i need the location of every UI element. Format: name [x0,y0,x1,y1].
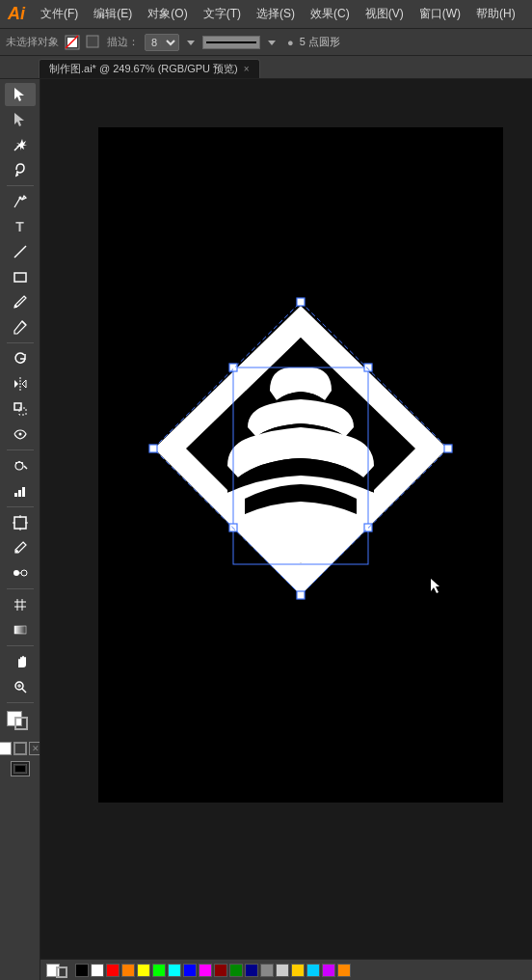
artwork-canvas [98,127,503,803]
title-bar: Ai 文件(F) 编辑(E) 对象(O) 文字(T) 选择(S) 效果(C) 视… [0,0,532,29]
svg-point-10 [18,197,21,200]
swatch-amber[interactable] [337,964,351,977]
selection-tool[interactable] [5,83,36,106]
swatch-cyan[interactable] [168,964,181,977]
svg-rect-42 [14,626,26,634]
eyedropper-tool[interactable] [5,536,36,559]
tab-close-btn[interactable]: × [244,64,250,74]
menu-effect[interactable]: 效果(C) [305,4,356,24]
swatch-dark-blue[interactable] [245,964,258,977]
screen-mode-group [11,761,30,776]
swatch-white[interactable] [91,964,104,977]
svg-rect-48 [15,766,25,772]
swatch-dark-green[interactable] [229,964,243,977]
svg-rect-65 [229,364,237,371]
hand-tool[interactable] [5,650,36,673]
svg-point-20 [18,433,21,436]
mesh-tool[interactable] [5,593,36,616]
svg-rect-28 [22,487,25,497]
swatch-sky[interactable] [306,964,320,977]
symbol-spray-tool[interactable] [5,454,36,477]
swatch-black[interactable] [75,964,89,977]
pen-tool[interactable] [5,190,36,213]
menu-view[interactable]: 视图(V) [359,4,410,24]
color-mode-row: ✕ [0,742,40,755]
stroke-value-select[interactable]: 8 pt [145,34,179,51]
svg-point-34 [15,550,18,553]
fill-stroke-small[interactable] [46,963,67,978]
svg-rect-75 [297,591,305,599]
fill-mode-icon[interactable] [86,35,101,50]
swatch-blue[interactable] [183,964,197,977]
stroke-color-preview[interactable] [65,35,84,50]
direct-selection-tool[interactable] [5,108,36,131]
svg-marker-16 [14,380,18,388]
swatch-gold[interactable] [291,964,305,977]
blend-tool[interactable] [5,561,36,585]
svg-rect-73 [297,298,305,306]
doc-tab-name: 制作图.ai* @ 249.67% (RGB/GPU 预览) [49,62,238,76]
left-toolbar: T [0,79,40,980]
type-tool[interactable]: T [5,215,36,238]
paintbrush-tool[interactable] [5,290,36,313]
menu-bar: 文件(F) 编辑(E) 对象(O) 文字(T) 选择(S) 效果(C) 视图(V… [35,4,521,24]
menu-object[interactable]: 对象(O) [142,4,193,24]
swatch-light-gray[interactable] [276,964,289,977]
magic-wand-tool[interactable] [5,133,36,156]
rectangle-tool[interactable] [5,265,36,288]
ai-logo: Ai [8,4,25,24]
tool-sep-2 [7,342,34,343]
swatch-red[interactable] [106,964,120,977]
svg-point-36 [21,570,27,576]
swatch-orange[interactable] [121,964,135,977]
stroke-indicator-small [56,966,67,978]
graph-tool[interactable] [5,479,36,503]
swatch-gray[interactable] [260,964,274,977]
canvas-area[interactable] [40,79,532,980]
menu-edit[interactable]: 编辑(E) [88,4,138,24]
svg-rect-76 [149,445,157,452]
lasso-tool[interactable] [5,158,36,181]
line-tool[interactable] [5,240,36,263]
tool-sep-4 [7,506,34,507]
svg-marker-17 [22,380,26,388]
swatch-dark-red[interactable] [214,964,227,977]
color-bar [40,959,532,980]
svg-rect-3 [87,36,98,47]
stroke-style-preview[interactable] [202,36,260,49]
svg-line-14 [22,321,26,325]
pencil-tool[interactable] [5,315,36,339]
gradient-tool[interactable] [5,618,36,641]
swatch-green[interactable] [152,964,166,977]
svg-rect-12 [14,273,26,282]
svg-rect-26 [14,493,17,497]
status-label: 未选择对象 [6,35,59,49]
zoom-tool[interactable] [5,675,36,698]
menu-file[interactable]: 文件(F) [35,4,84,24]
doc-tab[interactable]: 制作图.ai* @ 249.67% (RGB/GPU 预览) × [39,59,260,78]
swatch-purple[interactable] [322,964,335,977]
gradient-mode-icon[interactable] [13,742,27,755]
svg-marker-5 [268,41,276,45]
svg-line-25 [24,466,27,469]
swatch-yellow[interactable] [137,964,150,977]
normal-mode-icon[interactable] [0,742,12,755]
swatch-magenta[interactable] [199,964,212,977]
screen-mode-btn[interactable] [11,761,30,776]
menu-window[interactable]: 窗口(W) [413,4,466,24]
none-mode-icon[interactable]: ✕ [29,742,41,755]
artboard-tool[interactable] [5,511,36,534]
logo-container[interactable] [137,285,465,612]
menu-type[interactable]: 文字(T) [198,4,247,24]
warp-tool[interactable] [5,422,36,446]
menu-select[interactable]: 选择(S) [251,4,301,24]
rotate-tool[interactable] [5,347,36,370]
chevron-down-icon [185,37,197,48]
scale-tool[interactable] [5,397,36,421]
svg-rect-29 [14,517,26,529]
tool-sep-3 [7,449,34,450]
svg-rect-19 [19,408,26,415]
menu-help[interactable]: 帮助(H) [470,4,521,24]
fill-stroke-indicator[interactable] [5,709,36,736]
reflect-tool[interactable] [5,372,36,395]
